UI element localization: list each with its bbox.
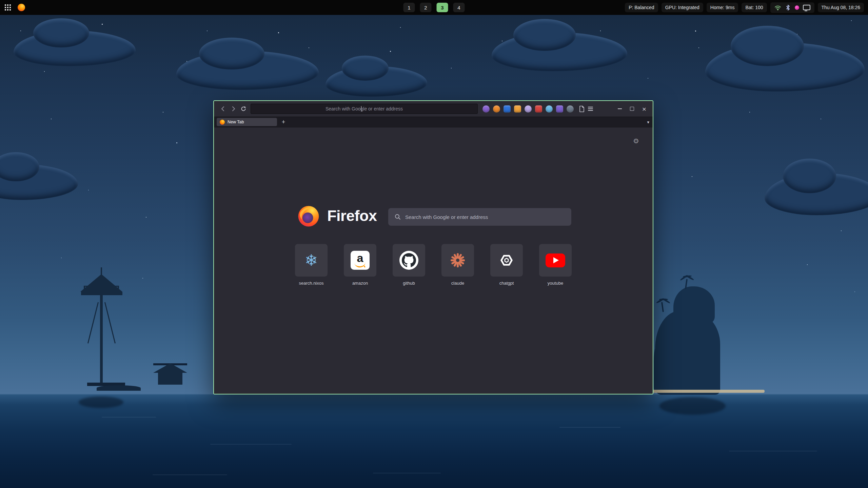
island-silhouette [641, 286, 737, 395]
shortcut-label: github [403, 281, 415, 286]
cloud [14, 30, 136, 66]
water-reflection [659, 397, 726, 415]
app-grid-icon[interactable] [5, 4, 11, 11]
firefox-launcher-icon[interactable] [18, 4, 25, 11]
amazon-icon: a [351, 251, 370, 270]
browser-toolbar: Search with Google or enter address [214, 101, 653, 117]
shortcut-label: amazon [352, 281, 368, 286]
page-icon [578, 105, 585, 113]
workspace-button-2[interactable]: 2 [420, 3, 432, 12]
workspace-button-4[interactable]: 4 [453, 3, 465, 12]
shortcut-label: claude [451, 281, 464, 286]
water-reflection [79, 396, 123, 408]
cloud [0, 164, 78, 200]
gpu-status: GPU: Integrated [662, 3, 703, 12]
workspace-switcher: 1 2 3 4 [403, 3, 465, 12]
close-button[interactable] [640, 104, 649, 113]
url-bar-placeholder: Search with Google or enter address [251, 104, 478, 114]
status-bar: 1 2 3 4 P: Balanced GPU: Integrated Home… [0, 0, 868, 15]
url-bar[interactable]: Search with Google or enter address [251, 104, 478, 114]
forward-button[interactable] [228, 104, 238, 114]
shortcut-label: search.nixos [299, 281, 324, 286]
cloud [176, 51, 319, 90]
display-icon[interactable] [803, 5, 810, 10]
wifi-icon[interactable] [774, 5, 781, 11]
cloud [705, 42, 865, 92]
newtab-search-input[interactable]: Search with Google or enter address [388, 208, 571, 226]
system-tray [770, 2, 814, 13]
shortcut-github[interactable]: github [393, 244, 425, 286]
workspace-button-1[interactable]: 1 [403, 3, 415, 12]
youtube-icon [546, 253, 565, 267]
shortcut-label: chatgpt [499, 281, 514, 286]
back-icon [220, 105, 226, 112]
violet-extension-icon[interactable] [482, 105, 490, 113]
bluetooth-icon[interactable] [785, 4, 791, 11]
hamburger-icon [588, 108, 593, 109]
hut-silhouette [153, 363, 187, 388]
tab-bar: New Tab [214, 117, 653, 127]
new-tab-button[interactable] [279, 118, 288, 126]
reload-icon [240, 106, 246, 112]
firefox-window: Search with Google or enter address [213, 100, 653, 394]
reload-button[interactable] [238, 104, 249, 114]
watchtower-silhouette [73, 269, 132, 389]
workspace-button-3-active[interactable]: 3 [437, 3, 448, 12]
tab-new-tab[interactable]: New Tab [217, 118, 277, 126]
sky-extension-icon[interactable] [546, 105, 553, 113]
window-controls [615, 104, 649, 113]
maximize-button[interactable] [628, 104, 636, 113]
shortcut-tiles: search.nixos a amazon [214, 244, 653, 286]
battery-status: Bat: 100 [742, 3, 767, 12]
shortcut-youtube[interactable]: youtube [539, 244, 572, 286]
blue-extension-icon[interactable] [504, 105, 511, 113]
hotspot-icon[interactable] [795, 5, 799, 10]
nixos-snowflake-icon [305, 252, 318, 268]
back-button[interactable] [218, 104, 228, 114]
shortcut-label: youtube [548, 281, 563, 286]
github-icon [399, 251, 418, 270]
amber-extension-icon[interactable] [514, 105, 521, 113]
text-caret [361, 106, 362, 111]
claude-icon [450, 252, 466, 268]
orange-extension-icon[interactable] [493, 105, 500, 113]
cloud [492, 32, 627, 71]
settings-gear-icon[interactable] [633, 138, 639, 144]
purple-extension-icon[interactable] [556, 105, 563, 113]
red-extension-icon[interactable] [535, 105, 542, 113]
forward-icon [230, 105, 237, 112]
clock: Thu Aug 08, 18:26 [818, 3, 864, 12]
firefox-wordmark: Firefox [327, 204, 377, 228]
tab-title: New Tab [228, 120, 244, 124]
lavender-extension-icon[interactable] [525, 105, 532, 113]
search-placeholder: Search with Google or enter address [405, 214, 488, 220]
chatgpt-icon [499, 252, 514, 268]
new-tab-page: Firefox Search with Google or enter addr… [214, 127, 653, 394]
latency-status: Home: 9ms [707, 3, 738, 12]
minimize-button[interactable] [615, 104, 624, 113]
shortcut-claude[interactable]: claude [441, 244, 474, 286]
cloud [765, 173, 868, 215]
desktop: 1 2 3 4 P: Balanced GPU: Integrated Home… [0, 0, 868, 488]
power-profile-status: P: Balanced [625, 3, 658, 12]
search-icon [394, 214, 401, 220]
shortcut-chatgpt[interactable]: chatgpt [490, 244, 523, 286]
beach-sand [653, 390, 765, 393]
slate-extension-icon[interactable] [567, 105, 574, 113]
cloud [326, 66, 427, 97]
islet-silhouette [97, 385, 141, 391]
tab-favicon-firefox-icon [220, 120, 225, 125]
page-actions-button[interactable] [577, 104, 586, 113]
list-all-tabs-chevron-icon[interactable] [647, 117, 649, 127]
shortcut-amazon[interactable]: a amazon [344, 244, 376, 286]
menu-button[interactable] [586, 104, 595, 113]
shortcut-search-nixos[interactable]: search.nixos [295, 244, 328, 286]
firefox-logo [296, 204, 321, 228]
